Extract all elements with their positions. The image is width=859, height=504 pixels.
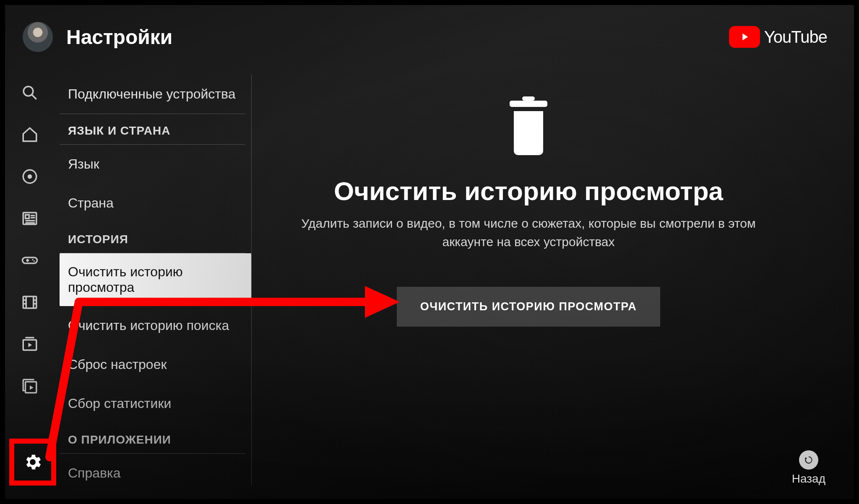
- sidebar-item-language[interactable]: Язык: [60, 145, 245, 184]
- detail-title: Очистить историю просмотра: [334, 176, 723, 206]
- svg-rect-24: [510, 101, 547, 107]
- svg-point-0: [23, 86, 33, 96]
- settings-gear-icon[interactable]: [9, 439, 56, 486]
- svg-rect-5: [26, 215, 29, 218]
- sidebar-item-help[interactable]: Справка: [60, 454, 245, 486]
- home-icon[interactable]: [21, 126, 39, 143]
- youtube-wordmark: YouTube: [764, 28, 827, 47]
- movies-icon[interactable]: [21, 294, 39, 311]
- back-label: Назад: [792, 472, 825, 486]
- sidebar-item-reset-settings[interactable]: Сброс настроек: [60, 345, 245, 384]
- youtube-logo: YouTube: [729, 26, 827, 48]
- sidebar-item-country[interactable]: Страна: [60, 184, 245, 223]
- svg-rect-25: [522, 96, 535, 101]
- sidebar-section-about: О ПРИЛОЖЕНИИ: [60, 423, 245, 454]
- detail-description: Удалить записи о видео, в том числе о сю…: [298, 214, 759, 251]
- detail-pane: Очистить историю просмотра Удалить запис…: [268, 96, 789, 327]
- svg-point-12: [32, 259, 34, 261]
- watchlater-icon[interactable]: [21, 335, 39, 353]
- sidebar-section-language-country: ЯЗЫК И СТРАНА: [60, 114, 245, 145]
- header: Настройки: [23, 22, 172, 52]
- avatar[interactable]: [23, 22, 53, 52]
- back-button[interactable]: Назад: [792, 450, 825, 486]
- clear-watch-history-button[interactable]: ОЧИСТИТЬ ИСТОРИЮ ПРОСМОТРА: [397, 287, 661, 327]
- svg-point-3: [28, 174, 32, 179]
- sidebar-item-clear-watch-history[interactable]: Очистить историю просмотра: [60, 253, 251, 306]
- subscriptions-icon[interactable]: [21, 210, 39, 227]
- page-title: Настройки: [66, 26, 172, 49]
- library-icon[interactable]: [21, 377, 39, 395]
- sidebar-section-history: ИСТОРИЯ: [60, 223, 245, 253]
- trash-icon: [503, 96, 554, 155]
- sidebar-item-connected-devices[interactable]: Подключенные устройства: [60, 75, 245, 114]
- sidebar-item-stats-collection[interactable]: Сбор статистики: [60, 384, 245, 423]
- svg-rect-14: [23, 296, 36, 308]
- gaming-icon[interactable]: [21, 252, 39, 269]
- settings-sidebar: Подключенные устройства ЯЗЫК И СТРАНА Яз…: [60, 75, 252, 486]
- svg-line-1: [32, 95, 36, 99]
- back-icon: [799, 450, 818, 470]
- youtube-play-icon: [729, 26, 760, 48]
- search-icon[interactable]: [21, 84, 39, 101]
- nav-rail: [21, 84, 46, 395]
- sidebar-item-clear-search-history[interactable]: Очистить историю поиска: [60, 306, 245, 345]
- originals-icon[interactable]: [21, 168, 39, 185]
- svg-point-13: [34, 260, 35, 262]
